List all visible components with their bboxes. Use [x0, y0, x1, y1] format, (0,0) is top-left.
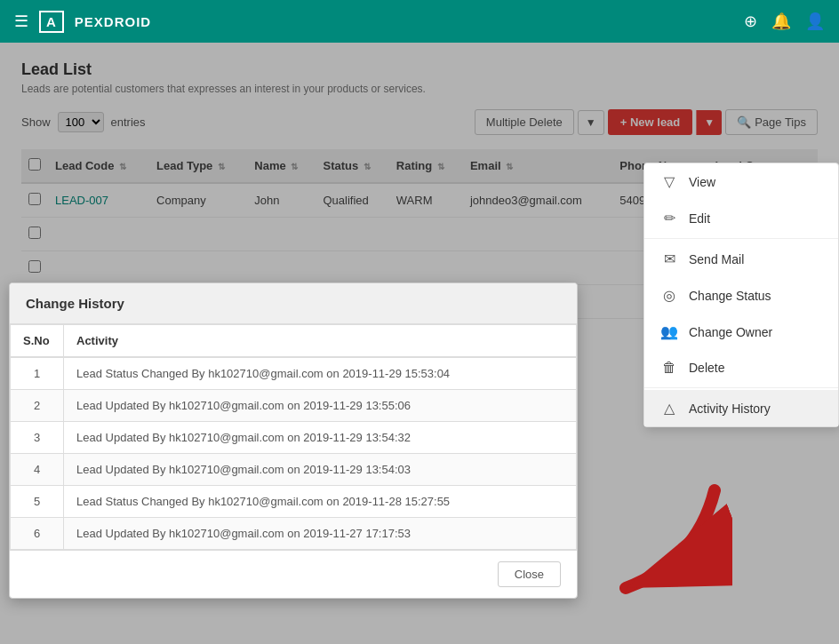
menu-label: Send Mail — [689, 252, 744, 266]
menu-item-send-mail[interactable]: ✉Send Mail — [644, 241, 838, 277]
history-activity: Lead Updated By hk102710@gmail.com on 20… — [64, 518, 577, 550]
menu-item-change-status[interactable]: ◎Change Status — [644, 277, 838, 314]
history-sno: 5 — [11, 486, 64, 518]
notification-icon[interactable]: 🔔 — [771, 12, 791, 31]
menu-icon: ✏ — [660, 210, 678, 227]
history-activity: Lead Updated By hk102710@gmail.com on 20… — [64, 454, 577, 486]
header-left: ☰ A PEXDROID — [14, 11, 151, 33]
history-table: S.No Activity 1 Lead Status Changed By h… — [10, 324, 577, 550]
history-sno: 4 — [11, 454, 64, 486]
history-row: 6 Lead Updated By hk102710@gmail.com on … — [11, 518, 577, 550]
history-col-sno: S.No — [11, 325, 64, 358]
history-row: 3 Lead Updated By hk102710@gmail.com on … — [11, 422, 577, 454]
add-circle-icon[interactable]: ⊕ — [744, 12, 757, 31]
menu-item-delete[interactable]: 🗑Delete — [644, 350, 838, 386]
history-activity: Lead Status Changed By hk102710@gmail.co… — [64, 357, 577, 390]
history-row: 5 Lead Status Changed By hk102710@gmail.… — [11, 486, 577, 518]
menu-icon: △ — [660, 400, 678, 417]
history-sno: 1 — [11, 357, 64, 390]
menu-item-activity-history[interactable]: △Activity History — [644, 390, 838, 426]
logo-box: A — [39, 11, 64, 33]
menu-label: Edit — [689, 211, 710, 226]
history-sno: 2 — [11, 390, 64, 422]
history-row: 1 Lead Status Changed By hk102710@gmail.… — [11, 357, 577, 390]
menu-label: View — [689, 175, 715, 189]
menu-divider — [644, 387, 838, 388]
menu-label: Delete — [689, 361, 724, 375]
history-activity: Lead Updated By hk102710@gmail.com on 20… — [64, 422, 577, 454]
menu-label: Change Owner — [689, 325, 772, 339]
menu-label: Change Status — [689, 289, 771, 303]
close-button[interactable]: Close — [498, 561, 561, 587]
menu-icon: 🗑 — [660, 360, 678, 376]
history-scroll-area[interactable]: S.No Activity 1 Lead Status Changed By h… — [10, 324, 577, 550]
change-history-modal: Change History S.No Activity 1 Lead Stat… — [9, 282, 578, 599]
user-avatar-icon[interactable]: 👤 — [805, 12, 825, 31]
modal-title: Change History — [10, 283, 577, 324]
menu-divider — [644, 238, 838, 239]
menu-icon: ◎ — [660, 287, 678, 304]
history-activity: Lead Status Changed By hk102710@gmail.co… — [64, 486, 577, 518]
menu-item-edit[interactable]: ✏Edit — [644, 200, 838, 236]
logo-text: PEXDROID — [75, 14, 151, 29]
history-row: 4 Lead Updated By hk102710@gmail.com on … — [11, 454, 577, 486]
history-row: 2 Lead Updated By hk102710@gmail.com on … — [11, 390, 577, 422]
modal-body: S.No Activity 1 Lead Status Changed By h… — [10, 324, 577, 550]
menu-icon: ✉ — [660, 250, 678, 267]
menu-item-view[interactable]: ▽View — [644, 163, 838, 200]
menu-icon: ▽ — [660, 173, 678, 190]
main-content: Lead List Leads are potential customers … — [0, 43, 839, 644]
menu-label: Activity History — [689, 402, 771, 416]
history-sno: 6 — [11, 518, 64, 550]
menu-icon: 👥 — [660, 323, 678, 340]
history-activity: Lead Updated By hk102710@gmail.com on 20… — [64, 390, 577, 422]
context-menu: ▽View✏Edit✉Send Mail◎Change Status👥Chang… — [643, 163, 839, 427]
history-col-activity: Activity — [64, 325, 577, 358]
header-right: ⊕ 🔔 👤 — [744, 12, 825, 31]
modal-footer: Close — [10, 550, 577, 598]
history-sno: 3 — [11, 422, 64, 454]
app-header: ☰ A PEXDROID ⊕ 🔔 👤 — [0, 0, 839, 43]
hamburger-icon[interactable]: ☰ — [14, 12, 28, 31]
menu-item-change-owner[interactable]: 👥Change Owner — [644, 314, 838, 350]
